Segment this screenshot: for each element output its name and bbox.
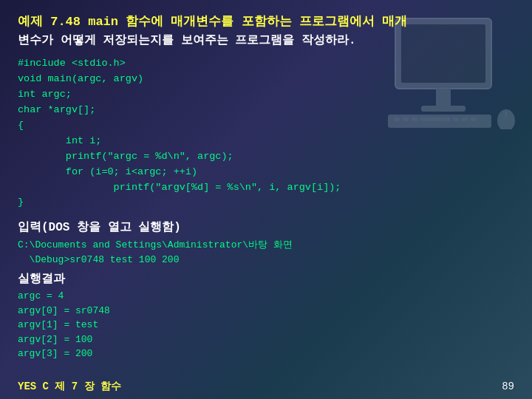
result-line-1: argc = 4 — [18, 289, 514, 304]
code-line-1: #include <stdio.h> — [18, 56, 514, 72]
input-section-header: 입력(DOS 창을 열고 실행함) — [18, 219, 514, 235]
code-block: #include <stdio.h> void main(argc, argv)… — [18, 56, 514, 211]
subtitle-line: 변수가 어떻게 저장되는지를 보여주는 프로그램을 작성하라. — [18, 33, 514, 49]
result-line-2: argv[0] = sr0748 — [18, 304, 514, 318]
code-line-7: printf("argc = %d\n", argc); — [18, 149, 514, 165]
example-label: 예제 7.48 — [18, 15, 81, 29]
input-line-2: \Debug>sr0748 test 100 200 — [18, 253, 514, 267]
footer: YES C 제 7 장 함수 89 — [0, 380, 532, 393]
code-line-3: int argc; — [18, 87, 514, 103]
code-line-6: int i; — [18, 134, 514, 149]
result-line-3: argv[1] = test — [18, 318, 514, 332]
code-line-8: for (i=0; i<argc; ++i) — [18, 165, 514, 180]
code-line-5: { — [18, 118, 514, 134]
code-line-10: } — [18, 195, 514, 211]
title-line: 예제 7.48 main 함수에 매개변수를 포함하는 프로그램에서 매개 — [18, 13, 514, 31]
main-content: 예제 7.48 main 함수에 매개변수를 포함하는 프로그램에서 매개 변수… — [0, 0, 532, 399]
result-line-5: argv[3] = 200 — [18, 347, 514, 361]
code-line-9: printf("argv[%d] = %s\n", i, argv[i]); — [18, 180, 514, 196]
code-line-2: void main(argc, argv) — [18, 72, 514, 87]
input-block: C:\Documents and Settings\Administrator\… — [18, 238, 514, 267]
result-line-4: argv[2] = 100 — [18, 332, 514, 347]
page-number: 89 — [502, 381, 514, 392]
result-block: argc = 4 argv[0] = sr0748 argv[1] = test… — [18, 289, 514, 361]
footer-label: YES C 제 7 장 함수 — [18, 380, 121, 393]
title-text: main 함수에 매개변수를 포함하는 프로그램에서 매개 — [88, 15, 407, 29]
result-section-header: 실행결과 — [18, 271, 514, 287]
input-line-1: C:\Documents and Settings\Administrator\… — [18, 238, 514, 253]
code-line-4: char *argv[]; — [18, 103, 514, 118]
